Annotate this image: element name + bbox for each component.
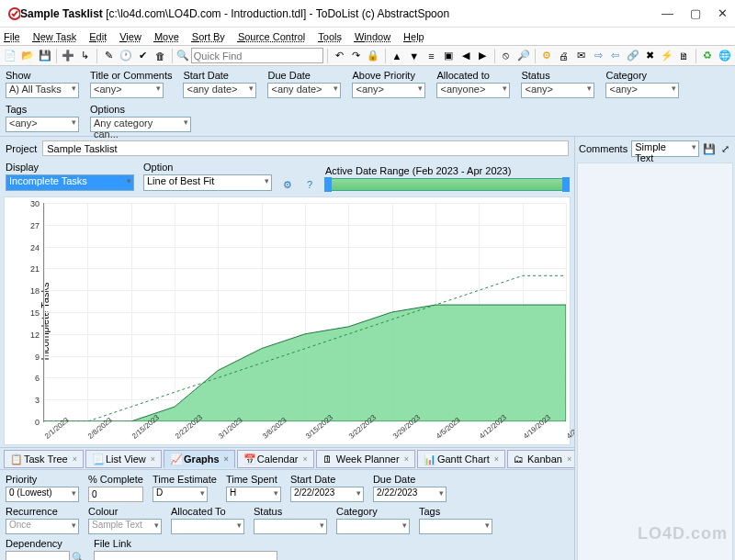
comments-panel: Comments Simple Text 💾 ⤢: [574, 137, 735, 560]
open-icon[interactable]: 📂: [20, 48, 36, 64]
option-select[interactable]: Line of Best Fit: [143, 174, 272, 191]
category-select[interactable]: [336, 519, 410, 534]
comments-body[interactable]: [577, 162, 733, 560]
settings-icon[interactable]: ⚙: [281, 178, 294, 191]
date-range-slider[interactable]: [325, 178, 569, 191]
filter-status[interactable]: <any>: [521, 83, 594, 98]
dependency-input[interactable]: [6, 551, 70, 560]
colour-select[interactable]: Sample Text: [88, 519, 162, 534]
sort-up-icon[interactable]: ▲: [390, 48, 405, 64]
find-icon[interactable]: 🔎: [515, 48, 531, 64]
tags-select[interactable]: [419, 519, 492, 534]
maximize-button[interactable]: ▢: [690, 6, 701, 20]
bolt-icon[interactable]: ⚡: [660, 48, 675, 64]
filter-tags[interactable]: <any>: [6, 117, 79, 132]
link-icon[interactable]: 🔗: [625, 48, 640, 64]
menu-new-task[interactable]: New Task: [33, 31, 77, 42]
filter-startdate[interactable]: <any date>: [183, 83, 256, 98]
menu-view[interactable]: View: [119, 31, 141, 42]
filter-title[interactable]: <any>: [90, 83, 164, 98]
delete-icon[interactable]: 🗑: [153, 48, 168, 64]
tab-week-planner[interactable]: 🗓Week Planner×: [316, 450, 415, 468]
filter-category[interactable]: <any>: [605, 83, 679, 98]
y-tick: 21: [27, 264, 40, 274]
save-icon[interactable]: 💾: [37, 48, 52, 64]
filter-status-label: Status: [521, 70, 594, 81]
new-subtask-icon[interactable]: ↳: [78, 48, 94, 64]
time-spent[interactable]: H: [226, 487, 281, 502]
menu-move[interactable]: Move: [154, 31, 179, 42]
filter-duedate[interactable]: <any date>: [267, 83, 341, 98]
range-label: Active Date Range (Feb 2023 - Apr 2023): [325, 165, 569, 176]
menu-source-control[interactable]: Source Control: [238, 31, 305, 42]
globe-icon[interactable]: 🌐: [718, 48, 733, 64]
mail-icon[interactable]: ✉: [573, 48, 589, 64]
tab-gantt[interactable]: 📊Gantt Chart×: [417, 450, 505, 468]
tab-task-tree[interactable]: 📋Task Tree×: [4, 450, 84, 468]
area-series: [44, 305, 566, 421]
priority-select[interactable]: 0 (Lowest): [6, 487, 79, 502]
recurrence-select[interactable]: Once: [6, 519, 79, 534]
gear-icon[interactable]: ⚙: [539, 48, 555, 64]
tab-kanban[interactable]: 🗂Kanban×: [507, 450, 574, 468]
help-icon[interactable]: ?: [303, 178, 316, 191]
dependency-browse-icon[interactable]: 🔍: [72, 551, 85, 560]
status-select[interactable]: [254, 519, 327, 534]
filter-bar: ShowA) All Tasks Title or Comments<any> …: [0, 66, 735, 137]
display-select[interactable]: Incomplete Tasks: [6, 174, 134, 191]
filter-tags-label: Tags: [6, 104, 79, 115]
edit-icon[interactable]: ✎: [101, 48, 117, 64]
filter-allocated-label: Allocated to: [436, 70, 510, 81]
menu-edit[interactable]: Edit: [89, 31, 107, 42]
close-button[interactable]: ✕: [718, 6, 728, 20]
tab-calendar[interactable]: 📅Calendar×: [237, 450, 314, 468]
refresh-icon[interactable]: ♻: [700, 48, 716, 64]
export-icon[interactable]: ⇨: [591, 48, 606, 64]
check-icon[interactable]: ✔: [136, 48, 152, 64]
minimize-button[interactable]: —: [662, 6, 673, 20]
allocated-to-select[interactable]: [171, 519, 244, 534]
filter-show-label: Show: [6, 70, 79, 81]
menu-window[interactable]: Window: [355, 31, 390, 42]
y-tick: 15: [27, 308, 40, 318]
collapse-icon[interactable]: ▣: [441, 48, 457, 64]
list-icon[interactable]: ≡: [424, 48, 439, 64]
y-tick: 18: [27, 286, 40, 296]
due-date-field[interactable]: 2/22/2023: [373, 487, 447, 502]
chart-area: Incomplete Tasks 0369121518212427302/1/2…: [4, 196, 571, 445]
new-task-icon[interactable]: ➕: [61, 48, 76, 64]
redo-icon[interactable]: ↷: [348, 48, 364, 64]
note-icon[interactable]: 🗎: [676, 48, 692, 64]
start-date-field[interactable]: 2/22/2023: [290, 487, 364, 502]
percent-input[interactable]: [88, 487, 143, 502]
quick-find-input[interactable]: [191, 48, 323, 63]
project-input[interactable]: [42, 140, 569, 156]
comments-expand-icon[interactable]: ⤢: [719, 142, 731, 155]
filter-priority[interactable]: <any>: [352, 83, 425, 98]
tab-graphs[interactable]: 📈Graphs×: [164, 450, 235, 468]
menu-help[interactable]: Help: [403, 31, 424, 42]
prev-icon[interactable]: ◀: [458, 48, 473, 64]
filter-options[interactable]: Any category can...: [90, 117, 191, 132]
sort-down-icon[interactable]: ▼: [406, 48, 422, 64]
comments-save-icon[interactable]: 💾: [703, 142, 716, 155]
file-link-input[interactable]: [94, 551, 277, 560]
next-icon[interactable]: ▶: [475, 48, 491, 64]
filter-show[interactable]: A) All Tasks: [6, 83, 79, 98]
unlink-icon[interactable]: ✖: [642, 48, 658, 64]
comments-type-select[interactable]: Simple Text: [631, 140, 699, 157]
time-estimate[interactable]: D: [153, 487, 208, 502]
menu-file[interactable]: File: [4, 31, 20, 42]
print-icon[interactable]: 🖨: [557, 48, 572, 64]
undo-icon[interactable]: ↶: [332, 48, 347, 64]
lock-icon[interactable]: 🔒: [366, 48, 381, 64]
import-icon[interactable]: ⇦: [608, 48, 624, 64]
new-icon[interactable]: 📄: [3, 48, 18, 64]
clock-icon[interactable]: 🕐: [119, 48, 134, 64]
menu-sort-by[interactable]: Sort By: [192, 31, 225, 42]
filter-allocated[interactable]: <anyone>: [436, 83, 510, 98]
menu-tools[interactable]: Tools: [318, 31, 342, 42]
option-label: Option: [143, 162, 272, 173]
tab-list-view[interactable]: 📃List View×: [85, 450, 162, 468]
stop-icon[interactable]: ⦸: [499, 48, 514, 64]
